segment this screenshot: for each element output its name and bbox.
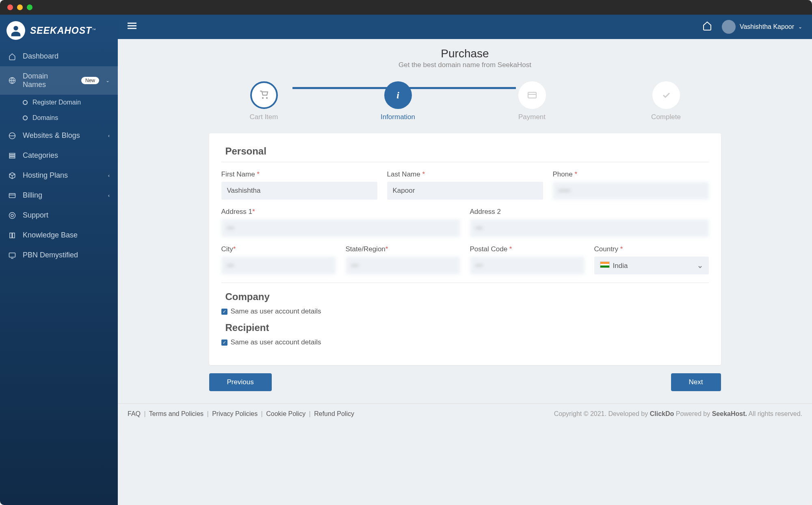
faq-link[interactable]: FAQ	[128, 410, 141, 417]
first-name-label: First Name *	[221, 170, 377, 178]
sidebar-item-pbn[interactable]: PBN Demystified	[0, 245, 118, 265]
sidebar-item-categories[interactable]: Categories	[0, 146, 118, 165]
svg-point-8	[11, 214, 13, 217]
mac-titlebar	[0, 0, 812, 15]
bullet-icon	[23, 115, 28, 120]
sidebar-item-support[interactable]: Support	[0, 205, 118, 225]
first-name-input[interactable]	[221, 182, 377, 200]
company-same-checkbox[interactable]: ✓	[221, 309, 227, 315]
sidebar-item-hosting-plans[interactable]: Hosting Plans ‹	[0, 165, 118, 185]
sidebar-item-dashboard[interactable]: Dashboard	[0, 46, 118, 66]
brand-logo[interactable]: SEEKAHOST™	[0, 15, 118, 46]
svg-rect-11	[128, 25, 136, 26]
brand-tm: ™	[92, 27, 96, 32]
user-menu[interactable]: Vashishtha Kapoor ⌄	[722, 20, 802, 34]
minimize-window-button[interactable]	[17, 4, 23, 10]
section-recipient: Recipient	[221, 322, 709, 335]
main-content: Vashishtha Kapoor ⌄ Purchase Get the bes…	[118, 15, 812, 505]
step-label: Information	[381, 113, 415, 121]
state-input[interactable]	[346, 257, 460, 274]
sidebar-label: Hosting Plans	[23, 171, 68, 180]
svg-rect-9	[9, 253, 15, 257]
country-select[interactable]: India ⌄	[594, 257, 709, 274]
state-label: State/Region*	[346, 245, 460, 253]
sidebar-label: Websites & Blogs	[23, 131, 80, 140]
svg-rect-10	[128, 23, 136, 24]
step-cart-button[interactable]	[250, 81, 278, 109]
sidebar-label: Support	[23, 211, 48, 220]
city-label: City*	[221, 245, 336, 253]
address2-label: Address 2	[470, 208, 709, 216]
sidebar-item-domain-names[interactable]: Domain Names New ⌄	[0, 66, 118, 95]
info-icon: i	[396, 90, 399, 101]
footer-links: FAQ | Terms and Policies | Privacy Polic…	[128, 410, 354, 418]
terms-link[interactable]: Terms and Policies	[149, 410, 204, 417]
chevron-down-icon: ⌄	[697, 261, 703, 270]
step-label: Complete	[651, 113, 681, 121]
sidebar-item-websites-blogs[interactable]: Websites & Blogs ‹	[0, 126, 118, 146]
checkbox-label: Same as user account details	[231, 338, 321, 346]
svg-rect-13	[528, 92, 536, 98]
next-button[interactable]: Next	[671, 373, 721, 391]
privacy-link[interactable]: Privacy Policies	[212, 410, 258, 417]
sidebar-subitem-domains[interactable]: Domains	[0, 110, 118, 126]
list-icon	[8, 152, 16, 159]
globe-icon	[8, 77, 16, 84]
refund-link[interactable]: Refund Policy	[314, 410, 354, 417]
close-window-button[interactable]	[7, 4, 13, 10]
postal-code-label: Postal Code *	[470, 245, 585, 253]
globe-icon	[8, 132, 16, 139]
last-name-input[interactable]	[387, 182, 543, 200]
address1-input[interactable]	[221, 219, 460, 237]
step-label: Payment	[518, 113, 546, 121]
phone-label: Phone *	[553, 170, 709, 178]
sidebar-label: Domain Names	[23, 72, 73, 89]
hamburger-menu-button[interactable]	[128, 21, 136, 33]
address2-input[interactable]	[470, 219, 709, 237]
sidebar-item-knowledge-base[interactable]: Knowledge Base	[0, 225, 118, 245]
phone-input[interactable]	[553, 182, 709, 200]
home-icon	[8, 53, 16, 60]
page-title: Purchase	[118, 47, 812, 60]
maximize-window-button[interactable]	[27, 4, 32, 10]
chevron-left-icon: ‹	[108, 133, 110, 139]
svg-point-0	[13, 26, 18, 30]
sidebar-label: Dashboard	[23, 52, 58, 61]
country-value: India	[613, 262, 628, 270]
home-icon-button[interactable]	[702, 21, 712, 33]
user-name: Vashishtha Kapoor	[740, 23, 794, 30]
sidebar-label: Categories	[23, 151, 58, 160]
support-icon	[8, 212, 16, 219]
chevron-left-icon: ‹	[108, 193, 110, 198]
step-complete-button[interactable]	[652, 81, 680, 109]
step-payment-button[interactable]	[518, 81, 546, 109]
chevron-down-icon: ⌄	[798, 24, 802, 30]
divider	[221, 283, 709, 283]
form-card: Personal First Name * Last Name * Phone …	[209, 133, 721, 365]
sidebar-item-billing[interactable]: Billing ‹	[0, 185, 118, 205]
page-subtitle: Get the best domain name from SeekaHost	[118, 61, 812, 69]
step-information-button[interactable]: i	[384, 81, 412, 109]
country-label: Country *	[594, 245, 709, 253]
svg-point-7	[9, 212, 15, 218]
address1-label: Address 1*	[221, 208, 460, 216]
sidebar-label: Billing	[23, 191, 42, 200]
svg-rect-5	[9, 157, 15, 158]
chevron-down-icon: ⌄	[106, 78, 110, 83]
svg-rect-4	[9, 155, 15, 156]
previous-button[interactable]: Previous	[209, 373, 272, 391]
svg-rect-6	[9, 193, 15, 198]
sidebar-subitem-register-domain[interactable]: Register Domain	[0, 95, 118, 110]
city-input[interactable]	[221, 257, 336, 274]
sidebar-sublabel: Register Domain	[32, 99, 81, 106]
cookie-link[interactable]: Cookie Policy	[266, 410, 305, 417]
new-badge: New	[81, 77, 99, 84]
sidebar-label: PBN Demystified	[23, 251, 78, 259]
recipient-same-checkbox[interactable]: ✓	[221, 340, 227, 346]
topbar: Vashishtha Kapoor ⌄	[118, 15, 812, 39]
chevron-left-icon: ‹	[108, 173, 110, 178]
section-company: Company	[221, 291, 709, 304]
book-icon	[8, 232, 16, 239]
bullet-icon	[23, 100, 28, 105]
postal-code-input[interactable]	[470, 257, 585, 274]
